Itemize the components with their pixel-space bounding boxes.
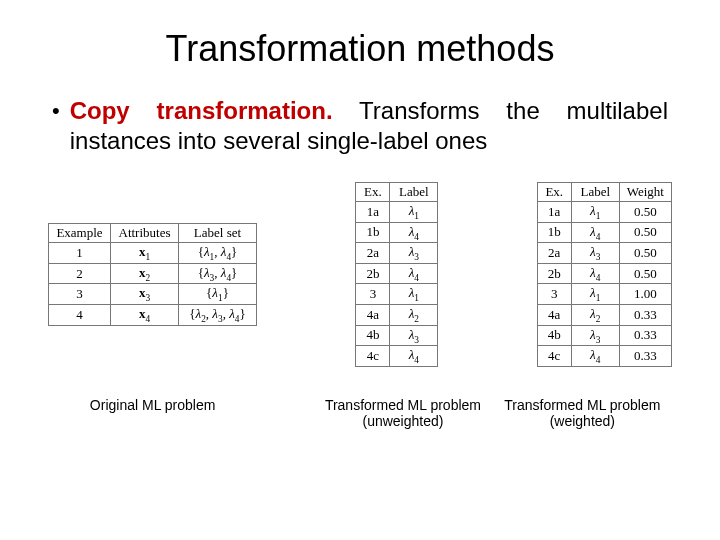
table-row: 4x4{λ2, λ3, λ4} xyxy=(49,304,257,325)
tables-row: Example Attributes Label set 1x1{λ1, λ4}… xyxy=(48,182,672,367)
bullet-item: • Copy transformation. Transforms the mu… xyxy=(52,96,668,156)
cell-example: 3 xyxy=(356,284,390,305)
cell-labelset: {λ1} xyxy=(179,284,257,305)
cell-labelset: {λ2, λ3, λ4} xyxy=(179,304,257,325)
cell-attributes: x1 xyxy=(111,243,179,264)
cell-label: λ2 xyxy=(390,304,438,325)
cell-example: 1a xyxy=(537,202,571,223)
table-row: 4bλ30.33 xyxy=(537,325,671,346)
cell-example: 3 xyxy=(49,284,111,305)
cell-label: λ4 xyxy=(390,346,438,367)
table-row: 2aλ3 xyxy=(356,243,438,264)
cell-example: 4a xyxy=(356,304,390,325)
bullet-marker: • xyxy=(52,96,60,156)
col-header: Label xyxy=(390,183,438,202)
cell-labelset: {λ1, λ4} xyxy=(179,243,257,264)
cell-weight: 0.33 xyxy=(619,304,671,325)
table-row: 1bλ40.50 xyxy=(537,222,671,243)
cell-weight: 0.33 xyxy=(619,346,671,367)
cell-example: 4c xyxy=(537,346,571,367)
caption-unweighted: Transformed ML problem (unweighted) xyxy=(313,397,492,429)
cell-label: λ3 xyxy=(390,325,438,346)
cell-weight: 0.50 xyxy=(619,243,671,264)
cell-weight: 0.50 xyxy=(619,263,671,284)
cell-label: λ1 xyxy=(390,202,438,223)
cell-label: λ3 xyxy=(571,243,619,264)
cell-attributes: x3 xyxy=(111,284,179,305)
captions-row: Original ML problem Transformed ML probl… xyxy=(48,397,672,429)
cell-weight: 1.00 xyxy=(619,284,671,305)
table-row: 1aλ1 xyxy=(356,202,438,223)
col-header: Ex. xyxy=(356,183,390,202)
col-header: Weight xyxy=(619,183,671,202)
table-row: 1aλ10.50 xyxy=(537,202,671,223)
table-row: Ex. Label xyxy=(356,183,438,202)
cell-example: 2b xyxy=(356,263,390,284)
cell-example: 2a xyxy=(356,243,390,264)
table-row: 4bλ3 xyxy=(356,325,438,346)
cell-label: λ1 xyxy=(390,284,438,305)
cell-example: 2a xyxy=(537,243,571,264)
col-header: Attributes xyxy=(111,224,179,243)
table-weighted: Ex. Label Weight 1aλ10.501bλ40.502aλ30.5… xyxy=(537,182,672,367)
table-row: 4cλ4 xyxy=(356,346,438,367)
col-header: Label set xyxy=(179,224,257,243)
cell-labelset: {λ3, λ4} xyxy=(179,263,257,284)
caption-weighted: Transformed ML problem (weighted) xyxy=(493,397,672,429)
cell-example: 2b xyxy=(537,263,571,284)
table-unweighted: Ex. Label 1aλ11bλ42aλ32bλ43λ14aλ24bλ34cλ… xyxy=(355,182,438,367)
table-row: 2bλ4 xyxy=(356,263,438,284)
cell-attributes: x4 xyxy=(111,304,179,325)
caption-original: Original ML problem xyxy=(48,397,257,429)
table-row: 4aλ20.33 xyxy=(537,304,671,325)
cell-example: 4b xyxy=(537,325,571,346)
col-header: Label xyxy=(571,183,619,202)
col-header: Example xyxy=(49,224,111,243)
table-row: 2aλ30.50 xyxy=(537,243,671,264)
table-row: 4aλ2 xyxy=(356,304,438,325)
table-row: 2x2{λ3, λ4} xyxy=(49,263,257,284)
cell-example: 3 xyxy=(537,284,571,305)
cell-weight: 0.50 xyxy=(619,202,671,223)
slide-title: Transformation methods xyxy=(48,28,672,70)
table-row: 3λ1 xyxy=(356,284,438,305)
cell-label: λ1 xyxy=(571,202,619,223)
cell-example: 1a xyxy=(356,202,390,223)
cell-weight: 0.50 xyxy=(619,222,671,243)
cell-label: λ3 xyxy=(571,325,619,346)
cell-example: 4c xyxy=(356,346,390,367)
cell-label: λ1 xyxy=(571,284,619,305)
table-row: 3x3{λ1} xyxy=(49,284,257,305)
cell-example: 1b xyxy=(537,222,571,243)
table-row: Ex. Label Weight xyxy=(537,183,671,202)
table-original: Example Attributes Label set 1x1{λ1, λ4}… xyxy=(48,223,257,325)
cell-example: 4b xyxy=(356,325,390,346)
table-row: 3λ11.00 xyxy=(537,284,671,305)
cell-label: λ4 xyxy=(571,346,619,367)
cell-example: 4 xyxy=(49,304,111,325)
cell-attributes: x2 xyxy=(111,263,179,284)
table-row: 2bλ40.50 xyxy=(537,263,671,284)
cell-label: λ2 xyxy=(571,304,619,325)
cell-example: 4a xyxy=(537,304,571,325)
cell-example: 1 xyxy=(49,243,111,264)
cell-label: λ4 xyxy=(390,263,438,284)
cell-label: λ3 xyxy=(390,243,438,264)
cell-example: 1b xyxy=(356,222,390,243)
table-row: Example Attributes Label set xyxy=(49,224,257,243)
cell-label: λ4 xyxy=(571,222,619,243)
bullet-text: Copy transformation. Transforms the mult… xyxy=(70,96,668,156)
col-header: Ex. xyxy=(537,183,571,202)
cell-weight: 0.33 xyxy=(619,325,671,346)
cell-example: 2 xyxy=(49,263,111,284)
table-row: 1bλ4 xyxy=(356,222,438,243)
cell-label: λ4 xyxy=(390,222,438,243)
cell-label: λ4 xyxy=(571,263,619,284)
table-row: 4cλ40.33 xyxy=(537,346,671,367)
table-row: 1x1{λ1, λ4} xyxy=(49,243,257,264)
bullet-highlight: Copy transformation. xyxy=(70,97,333,124)
